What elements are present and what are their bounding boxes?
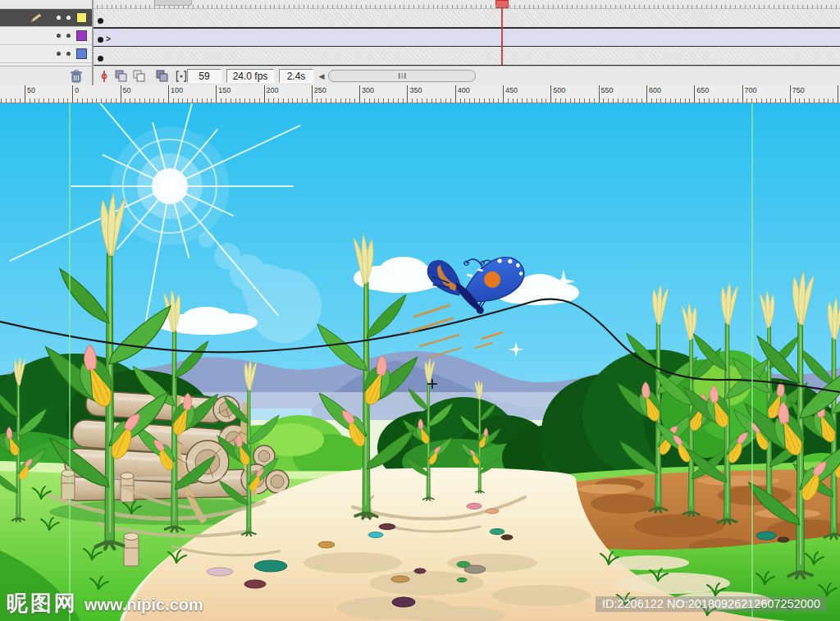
frame-ruler[interactable] — [94, 0, 840, 9]
ruler-minor-tick — [354, 98, 355, 103]
frame-tick — [792, 5, 793, 8]
frame-tick — [294, 5, 294, 8]
timeline-scroll-thumb[interactable] — [154, 0, 192, 6]
layer-visibility-dot[interactable] — [57, 52, 61, 56]
layer-color-swatch[interactable] — [76, 12, 87, 23]
ruler-minor-tick — [766, 98, 767, 103]
frame-tick — [769, 5, 769, 8]
ruler-minor-tick — [11, 98, 11, 103]
stage[interactable]: 昵图网 www.nipic.com ID:2206122 NO:20180926… — [0, 103, 840, 621]
layer-row-3[interactable] — [0, 45, 92, 63]
layer-lock-dot[interactable] — [66, 34, 71, 38]
layer-visibility-dot[interactable] — [57, 34, 61, 38]
frame-tick — [447, 5, 448, 8]
layer-lock-dot[interactable] — [66, 16, 71, 20]
center-frame-icon[interactable] — [97, 69, 112, 84]
layer-visibility-dot[interactable] — [57, 16, 61, 20]
frame-tick — [317, 5, 318, 8]
playhead[interactable] — [495, 0, 509, 8]
ruler-minor-tick — [326, 98, 326, 103]
keyframe-dot[interactable] — [98, 18, 103, 24]
ruler-minor-tick — [349, 98, 350, 103]
layer-color-swatch[interactable] — [76, 30, 87, 41]
onion-skin-outlines-icon[interactable] — [132, 69, 147, 84]
horizontal-ruler: 5005010015020025030035040045050055060065… — [0, 85, 840, 103]
frame-tick — [313, 5, 313, 8]
frame-tick — [112, 5, 112, 8]
frame-tick — [716, 5, 717, 8]
frame-tick — [279, 5, 280, 8]
keyframe-dot[interactable] — [98, 37, 103, 43]
ruler-minor-tick — [579, 98, 580, 103]
timeline-scrollbar[interactable] — [328, 70, 476, 82]
frame-tick — [605, 5, 606, 8]
ruler-minor-tick — [809, 98, 810, 103]
ruler-minor-tick — [1, 98, 2, 103]
frame-tick — [466, 5, 467, 8]
ruler-minor-tick — [584, 98, 585, 103]
layer-row-2[interactable] — [0, 27, 92, 45]
ruler-minor-tick — [412, 98, 413, 103]
frames-row-3[interactable] — [94, 47, 840, 66]
keyframe-dot[interactable] — [98, 56, 103, 62]
ruler-minor-tick — [297, 98, 298, 103]
frame-tick — [390, 5, 390, 8]
frame-tick — [658, 5, 659, 8]
stage-canvas[interactable] — [0, 103, 840, 621]
ruler-minor-tick — [34, 98, 35, 103]
frame-tick — [836, 5, 837, 8]
frame-tick — [428, 5, 429, 8]
frame-tick — [504, 5, 505, 8]
frames-row-2[interactable]: > — [94, 28, 840, 47]
frame-tick — [730, 5, 731, 8]
ruler-minor-tick — [182, 98, 183, 103]
frame-tick — [524, 5, 525, 8]
frame-tick — [409, 5, 409, 8]
trash-icon[interactable] — [69, 69, 84, 84]
ruler-minor-tick — [618, 98, 619, 103]
ruler-label: 200 — [267, 86, 279, 94]
edit-multiple-frames-icon[interactable] — [155, 69, 170, 84]
frame-tick — [673, 5, 673, 8]
frame-tick — [543, 5, 544, 8]
ruler-minor-tick — [541, 98, 542, 103]
ruler-major-tick — [407, 85, 408, 103]
frame-tick — [198, 5, 199, 8]
ruler-minor-tick — [733, 98, 733, 103]
frame-tick — [701, 5, 702, 8]
ruler-major-tick — [168, 85, 169, 103]
frame-tick — [437, 5, 438, 8]
current-frame-field[interactable]: 59 — [187, 69, 221, 83]
onion-skin-icon[interactable] — [114, 69, 129, 84]
frames-area[interactable]: > — [94, 0, 840, 66]
ruler-minor-tick — [761, 98, 762, 103]
panel-divider — [92, 66, 94, 86]
ruler-minor-tick — [235, 98, 236, 103]
frame-tick — [831, 5, 832, 8]
frames-row-1[interactable] — [94, 9, 840, 28]
frame-tick — [245, 5, 246, 8]
ruler-minor-tick — [417, 98, 418, 103]
layers-panel-header — [0, 0, 92, 9]
layer-row-1[interactable] — [0, 9, 92, 27]
ruler-major-tick — [264, 85, 265, 103]
watermark-site-name: 昵图网 — [7, 589, 78, 618]
ruler-minor-tick — [565, 98, 566, 103]
scroll-left-arrow[interactable]: ◀ — [316, 71, 327, 82]
layer-color-swatch[interactable] — [76, 48, 87, 59]
frame-rate-field[interactable]: 24.0 fps — [226, 69, 274, 83]
ruler-minor-tick — [656, 98, 657, 103]
ruler-minor-tick — [96, 98, 97, 103]
ruler-minor-tick — [603, 98, 604, 103]
ruler-minor-tick — [574, 98, 575, 103]
ruler-minor-tick — [48, 98, 49, 103]
ruler-minor-tick — [254, 98, 255, 103]
frame-tick — [476, 5, 477, 8]
frame-tick — [533, 5, 534, 8]
elapsed-time-field[interactable]: 2.4s — [279, 69, 313, 83]
ruler-label: 250 — [314, 86, 326, 94]
ruler-minor-tick — [278, 98, 279, 103]
ruler-minor-tick — [637, 98, 637, 103]
ruler-major-tick — [359, 85, 360, 103]
layer-lock-dot[interactable] — [66, 52, 71, 56]
